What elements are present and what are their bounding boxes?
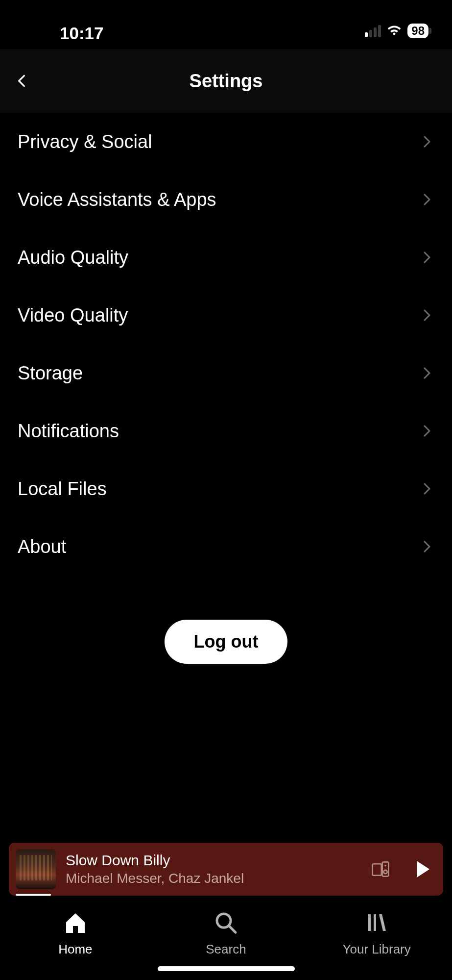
settings-item-label: Local Files [18, 478, 107, 500]
wifi-icon [386, 25, 403, 37]
svg-point-2 [384, 865, 386, 867]
svg-rect-0 [373, 864, 381, 876]
svg-marker-8 [379, 914, 386, 931]
settings-item-label: About [18, 536, 66, 557]
settings-item-label: Audio Quality [18, 247, 128, 268]
status-icons: 98 [365, 24, 431, 38]
settings-item-local-files[interactable]: Local Files [0, 460, 452, 518]
status-time: 10:17 [60, 24, 104, 43]
cellular-signal-icon [365, 25, 381, 37]
chevron-right-icon [420, 366, 434, 380]
svg-point-3 [383, 870, 387, 874]
nav-item-search[interactable]: Search [177, 910, 275, 957]
logout-button[interactable]: Log out [165, 620, 288, 664]
search-icon [214, 910, 238, 937]
track-title: Slow Down Billy [66, 852, 361, 869]
settings-list: Privacy & SocialVoice Assistants & AppsA… [0, 113, 452, 576]
settings-item-storage[interactable]: Storage [0, 344, 452, 402]
album-art [16, 849, 56, 889]
track-info: Slow Down Billy Michael Messer, Chaz Jan… [66, 852, 361, 886]
settings-item-audio-quality[interactable]: Audio Quality [0, 228, 452, 286]
settings-item-label: Notifications [18, 421, 119, 442]
battery-level: 98 [407, 24, 428, 38]
now-playing-bar[interactable]: Slow Down Billy Michael Messer, Chaz Jan… [9, 843, 443, 896]
nav-item-home[interactable]: Home [26, 910, 124, 957]
play-button[interactable] [412, 859, 432, 879]
home-indicator [0, 966, 452, 971]
settings-item-label: Storage [18, 363, 83, 384]
page-title: Settings [0, 71, 452, 92]
chevron-right-icon [420, 192, 434, 207]
chevron-right-icon [420, 539, 434, 554]
settings-item-notifications[interactable]: Notifications [0, 402, 452, 460]
svg-rect-7 [374, 914, 376, 931]
settings-item-about[interactable]: About [0, 518, 452, 576]
status-bar: 10:17 98 [0, 0, 452, 49]
playback-progress [16, 894, 51, 896]
nav-item-label: Your Library [343, 942, 411, 957]
settings-item-label: Privacy & Social [18, 131, 152, 152]
chevron-right-icon [420, 424, 434, 438]
settings-item-voice-assistants[interactable]: Voice Assistants & Apps [0, 171, 452, 228]
chevron-right-icon [420, 481, 434, 496]
battery-icon: 98 [407, 24, 431, 38]
header: Settings [0, 49, 452, 113]
nav-item-library[interactable]: Your Library [328, 910, 426, 957]
track-artist: Michael Messer, Chaz Jankel [66, 871, 361, 886]
chevron-right-icon [420, 134, 434, 149]
chevron-right-icon [420, 308, 434, 323]
devices-icon[interactable] [371, 859, 390, 879]
svg-line-5 [229, 926, 236, 932]
nav-item-label: Search [206, 942, 246, 957]
settings-item-video-quality[interactable]: Video Quality [0, 286, 452, 344]
chevron-right-icon [420, 250, 434, 265]
settings-item-label: Video Quality [18, 305, 128, 326]
settings-item-privacy-social[interactable]: Privacy & Social [0, 113, 452, 171]
library-icon [364, 910, 389, 937]
settings-item-label: Voice Assistants & Apps [18, 189, 216, 210]
home-icon [63, 910, 88, 937]
nav-item-label: Home [58, 942, 92, 957]
svg-rect-6 [368, 914, 371, 931]
